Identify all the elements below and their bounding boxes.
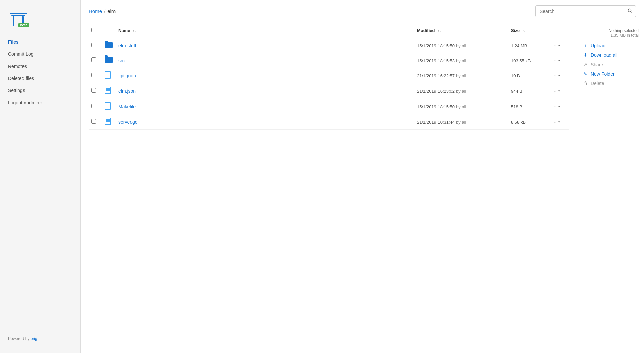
- share-label: Share: [591, 62, 603, 67]
- chevron-down-icon: ▾: [558, 44, 560, 47]
- row-checkbox[interactable]: [91, 73, 96, 77]
- table-row: server.go 21/1/2019 10:31:44 by ali 8.58…: [89, 114, 569, 130]
- share-icon: ↗: [583, 62, 588, 67]
- breadcrumb-separator: /: [104, 8, 105, 14]
- select-all-checkbox[interactable]: [91, 28, 96, 32]
- row-checkbox[interactable]: [91, 104, 96, 108]
- row-actions-button[interactable]: ··· ▾: [551, 118, 563, 126]
- action-share: ↗ Share: [583, 62, 639, 67]
- chevron-down-icon: ▾: [558, 120, 560, 124]
- sidebar-item-logout[interactable]: Logout »admin«: [0, 96, 80, 109]
- action-new-folder[interactable]: ✎ New Folder: [583, 71, 639, 77]
- file-modified: 15/1/2019 18:15:50: [417, 104, 455, 109]
- file-modified: 21/1/2019 10:31:44: [417, 120, 455, 125]
- sidebar-item-files[interactable]: Files: [0, 36, 80, 48]
- action-delete: 🗑 Delete: [583, 81, 639, 86]
- new-folder-label: New Folder: [591, 71, 615, 77]
- search-button[interactable]: [624, 6, 636, 17]
- ellipsis-icon: ···: [554, 104, 558, 109]
- row-actions-button[interactable]: ··· ▾: [551, 72, 563, 79]
- folder-icon: [105, 57, 113, 63]
- download-all-icon: ⬇: [583, 52, 588, 58]
- nothing-selected-text: Nothing selected: [583, 28, 639, 33]
- file-name-link[interactable]: src: [118, 58, 125, 63]
- file-icon: [105, 87, 111, 94]
- row-checkbox[interactable]: [91, 119, 96, 124]
- file-modified-by: by ali: [456, 43, 466, 48]
- file-modified: 15/1/2019 18:15:53: [417, 58, 455, 63]
- file-modified-by: by ali: [456, 120, 466, 125]
- breadcrumb: Home / elm: [89, 8, 116, 14]
- brig-link[interactable]: brig: [31, 336, 37, 341]
- file-name-link[interactable]: elm-stuff: [118, 43, 136, 48]
- size-sort-icon[interactable]: ↑↓: [522, 29, 526, 33]
- folder-icon: [105, 42, 113, 48]
- file-name-link[interactable]: .gitignore: [118, 73, 138, 78]
- ellipsis-icon: ···: [554, 43, 558, 48]
- name-sort-icon[interactable]: ↑↓: [133, 29, 136, 33]
- row-actions-button[interactable]: ··· ▾: [551, 42, 563, 49]
- table-row: elm-stuff 15/1/2019 18:15:50 by ali 1.24…: [89, 38, 569, 53]
- delete-label: Delete: [591, 81, 604, 86]
- right-panel: Nothing selected 1.35 MB in total + Uplo…: [577, 23, 644, 353]
- ellipsis-icon: ···: [554, 119, 558, 124]
- file-icon: [105, 102, 111, 110]
- action-upload[interactable]: + Upload: [583, 43, 639, 48]
- upload-icon: +: [583, 43, 588, 48]
- file-size: 944 B: [511, 89, 522, 94]
- row-actions-button[interactable]: ··· ▾: [551, 87, 563, 95]
- file-icon: [105, 71, 111, 79]
- search-icon: [628, 8, 632, 13]
- logo-area: beta: [0, 7, 80, 36]
- upload-label: Upload: [591, 43, 605, 48]
- file-table-area: Name ↑↓ Modified ↑↓ Size ↑↓: [81, 23, 577, 353]
- logo-icon: beta: [8, 10, 28, 28]
- row-checkbox[interactable]: [91, 43, 96, 47]
- file-size: 518 B: [511, 104, 522, 109]
- sidebar-item-commit-log[interactable]: Commit Log: [0, 48, 80, 60]
- sidebar-item-remotes[interactable]: Remotes: [0, 60, 80, 72]
- file-modified: 21/1/2019 16:22:57: [417, 73, 455, 78]
- svg-rect-1: [11, 15, 25, 16]
- sidebar-item-settings[interactable]: Settings: [0, 84, 80, 96]
- file-modified-by: by ali: [456, 89, 466, 94]
- selection-info: Nothing selected 1.35 MB in total: [583, 28, 639, 38]
- action-download-all[interactable]: ⬇ Download all: [583, 52, 639, 58]
- file-table: Name ↑↓ Modified ↑↓ Size ↑↓: [89, 23, 569, 130]
- search-input[interactable]: [536, 6, 624, 17]
- table-row: .gitignore 21/1/2019 16:22:57 by ali 10 …: [89, 68, 569, 83]
- table-row: elm.json 21/1/2019 16:23:02 by ali 944 B…: [89, 83, 569, 99]
- file-name-link[interactable]: Makefile: [118, 104, 136, 109]
- file-modified: 15/1/2019 18:15:50: [417, 43, 455, 48]
- chevron-down-icon: ▾: [558, 59, 560, 62]
- row-actions-button[interactable]: ··· ▾: [551, 56, 563, 64]
- file-name-link[interactable]: server.go: [118, 119, 138, 125]
- main-area: Home / elm: [81, 0, 644, 353]
- nav-menu: Files Commit Log Remotes Deleted files S…: [0, 36, 80, 331]
- svg-rect-2: [13, 16, 14, 26]
- chevron-down-icon: ▾: [558, 105, 560, 108]
- breadcrumb-home[interactable]: Home: [89, 8, 102, 14]
- table-row: Makefile 15/1/2019 18:15:50 by ali 518 B…: [89, 99, 569, 114]
- sidebar-item-deleted-files[interactable]: Deleted files: [0, 72, 80, 84]
- header: Home / elm: [81, 0, 644, 23]
- file-modified-by: by ali: [456, 104, 466, 109]
- svg-line-5: [631, 12, 632, 13]
- download-all-label: Download all: [591, 52, 617, 58]
- col-header-size: Size ↑↓: [508, 23, 549, 38]
- file-modified: 21/1/2019 16:23:02: [417, 89, 455, 94]
- file-icon: [105, 118, 111, 125]
- file-modified-by: by ali: [456, 58, 466, 63]
- row-actions-button[interactable]: ··· ▾: [551, 103, 563, 110]
- file-modified-by: by ali: [456, 73, 466, 78]
- ellipsis-icon: ···: [554, 58, 558, 63]
- table-row: src 15/1/2019 18:15:53 by ali 103.55 kB …: [89, 53, 569, 68]
- content-area: Name ↑↓ Modified ↑↓ Size ↑↓: [81, 23, 644, 353]
- row-checkbox[interactable]: [91, 88, 96, 93]
- file-name-link[interactable]: elm.json: [118, 88, 136, 94]
- chevron-down-icon: ▾: [558, 89, 560, 93]
- sidebar-footer: Powered by brig: [0, 331, 80, 346]
- search-box: [535, 5, 636, 17]
- modified-sort-icon[interactable]: ↑↓: [438, 29, 441, 33]
- row-checkbox[interactable]: [91, 57, 96, 62]
